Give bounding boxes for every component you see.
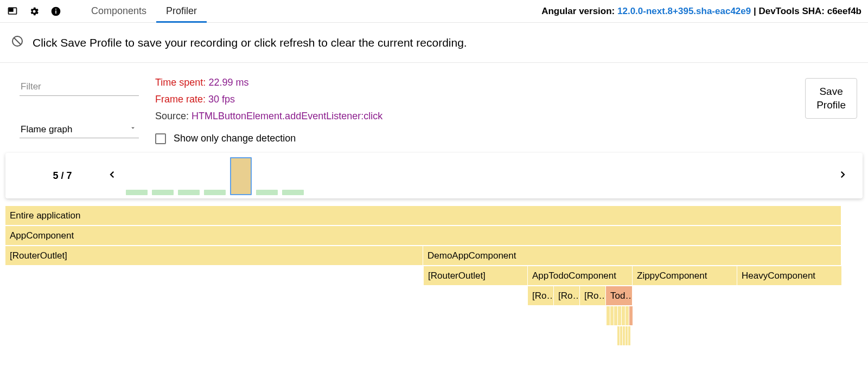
flame-cell-routeroutlet-2[interactable]: [RouterOutlet] (424, 266, 527, 285)
frame-bars (122, 156, 833, 195)
view-select-wrap: Flame graph (20, 121, 139, 138)
source-value: HTMLButtonElement.addEventListener:click (192, 111, 382, 121)
frame-rate-value: 30 fps (208, 94, 235, 105)
gear-icon[interactable] (28, 5, 40, 17)
flame-thin[interactable] (629, 306, 633, 325)
filter-input[interactable] (20, 78, 139, 96)
flame-thin[interactable] (618, 306, 621, 325)
version-value: 12.0.0-next.8+395.sha-eac42e9 (617, 6, 751, 16)
flame-graph: Entire application AppComponent [RouterO… (0, 206, 868, 345)
flame-cell-ro-3[interactable]: [Ro… (580, 286, 605, 305)
flame-cell-ro-2[interactable]: [Ro… (554, 286, 579, 305)
flame-cell-tod[interactable]: Tod… (606, 286, 632, 305)
svg-rect-3 (55, 10, 56, 14)
next-frame-button[interactable] (833, 165, 852, 186)
time-spent-label: Time spent: (155, 77, 208, 88)
frame-bar-1[interactable] (126, 190, 148, 195)
flame-cell-routeroutlet-1[interactable]: [RouterOutlet] (5, 246, 423, 265)
flame-spacer (5, 286, 527, 305)
sha-label: | DevTools SHA: c6eef4b (751, 6, 861, 16)
prohibit-icon (11, 35, 24, 50)
frame-bar-2[interactable] (152, 190, 174, 195)
tab-profiler[interactable]: Profiler (156, 0, 207, 23)
change-detection-checkbox[interactable] (155, 133, 166, 144)
version-label: Angular version: (541, 6, 617, 16)
flame-cell-zippycomponent[interactable]: ZippyComponent (633, 266, 737, 285)
source-label: Source: (155, 111, 192, 121)
frame-rate-row: Frame rate: 30 fps (155, 94, 382, 105)
flame-cell-ro-1[interactable]: [Ro… (528, 286, 553, 305)
banner-message: Click Save Profile to save your recordin… (33, 36, 467, 49)
source-row: Source: HTMLButtonElement.addEventListen… (155, 111, 382, 122)
frame-bar-6[interactable] (256, 190, 278, 195)
svg-rect-1 (9, 9, 13, 11)
flame-row-2: [RouterOutlet] DemoAppComponent (5, 246, 863, 265)
svg-line-6 (14, 38, 21, 45)
flame-thin[interactable] (628, 326, 630, 345)
flame-row-6 (617, 326, 863, 345)
flame-row-0: Entire application (5, 206, 863, 225)
change-detection-label: Show only change detection (174, 133, 296, 144)
flame-cell-appcomponent[interactable]: AppComponent (5, 226, 841, 245)
left-controls: Flame graph (20, 78, 139, 138)
pip-icon[interactable] (7, 5, 18, 17)
flame-thin[interactable] (614, 306, 617, 325)
flame-spacer (5, 266, 423, 285)
frame-bar-4[interactable] (204, 190, 226, 195)
flame-cell-demoappcomponent[interactable]: DemoAppComponent (423, 246, 841, 265)
flame-thin[interactable] (610, 306, 614, 325)
flame-cell-entire-application[interactable]: Entire application (5, 206, 841, 225)
flame-cell-heavycomponent[interactable]: HeavyComponent (737, 266, 841, 285)
frame-strip: 5 / 7 (5, 153, 863, 198)
time-spent-row: Time spent: 22.99 ms (155, 77, 382, 88)
flame-thin[interactable] (607, 306, 610, 325)
header-left: Components Profiler (7, 0, 207, 23)
view-select[interactable]: Flame graph (20, 121, 139, 138)
flame-row-1: AppComponent (5, 226, 863, 245)
flame-thin[interactable] (617, 326, 620, 345)
svg-rect-4 (55, 9, 56, 10)
frame-counter: 5 / 7 (22, 170, 103, 182)
frame-bar-3[interactable] (178, 190, 200, 195)
frame-bar-7[interactable] (282, 190, 304, 195)
info-icon[interactable] (50, 5, 62, 17)
change-detection-checkbox-row: Show only change detection (155, 133, 382, 144)
banner: Click Save Profile to save your recordin… (0, 23, 868, 63)
flame-row-3: [RouterOutlet] AppTodoComponent ZippyCom… (5, 266, 863, 285)
app-header: Components Profiler Angular version: 12.… (0, 0, 868, 23)
time-spent-value: 22.99 ms (208, 77, 248, 88)
flame-thin[interactable] (622, 306, 625, 325)
tab-bar: Components Profiler (81, 0, 207, 23)
flame-thin[interactable] (626, 326, 628, 345)
flame-thin[interactable] (626, 306, 629, 325)
flame-thin[interactable] (623, 326, 625, 345)
flame-thin[interactable] (620, 326, 622, 345)
toolbar: Flame graph Time spent: 22.99 ms Frame r… (0, 63, 868, 150)
flame-row-4: [Ro… [Ro… [Ro… Tod… (5, 286, 863, 305)
save-profile-button[interactable]: Save Profile (805, 78, 857, 119)
frame-rate-label: Frame rate: (155, 94, 208, 105)
tab-components[interactable]: Components (81, 0, 156, 23)
flame-cell-apptodocomponent[interactable]: AppTodoComponent (528, 266, 632, 285)
info-block: Time spent: 22.99 ms Frame rate: 30 fps … (155, 77, 382, 144)
prev-frame-button[interactable] (103, 165, 122, 186)
version-info: Angular version: 12.0.0-next.8+395.sha-e… (541, 6, 861, 17)
flame-row-5 (607, 306, 863, 325)
frame-bar-5[interactable] (230, 157, 252, 195)
